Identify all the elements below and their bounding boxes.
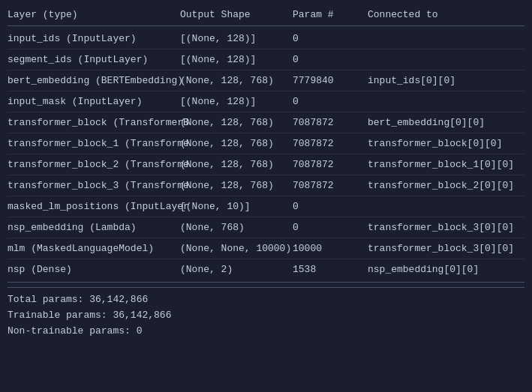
trainable-params: Trainable params: 36,142,866	[8, 308, 524, 324]
cell-params: 7087872	[293, 180, 368, 191]
cell-params: 7779840	[293, 75, 368, 86]
table-row: bert_embedding (BERTEmbedding) (None, 12…	[8, 70, 524, 91]
table-row: masked_lm_positions (InputLayer [(None, …	[8, 196, 524, 217]
cell-layer: transformer_block (TransformerB	[8, 117, 180, 128]
cell-output-shape: [(None, 10)]	[180, 201, 293, 212]
cell-connected: transformer_block_3[0][0]	[368, 222, 524, 233]
cell-connected: bert_embedding[0][0]	[368, 117, 524, 128]
cell-layer: transformer_block_3 (Transforme	[8, 180, 180, 191]
cell-layer: mlm (MaskedLanguageModel)	[8, 243, 180, 254]
cell-layer: input_mask (InputLayer)	[8, 96, 180, 107]
table-row: nsp (Dense) (None, 2) 1538 nsp_embedding…	[8, 259, 524, 280]
table-row: input_ids (InputLayer) [(None, 128)] 0	[8, 28, 524, 49]
table-row: segment_ids (InputLayer) [(None, 128)] 0	[8, 49, 524, 70]
cell-params: 0	[293, 222, 368, 233]
header-params: Param #	[293, 9, 368, 20]
header-connected: Connected to	[368, 9, 524, 20]
cell-layer: nsp_embedding (Lambda)	[8, 222, 180, 233]
cell-layer: segment_ids (InputLayer)	[8, 54, 180, 65]
table-body: input_ids (InputLayer) [(None, 128)] 0 s…	[8, 28, 524, 280]
cell-params: 7087872	[293, 159, 368, 170]
cell-params: 7087872	[293, 138, 368, 149]
cell-connected: nsp_embedding[0][0]	[368, 264, 524, 275]
table-row: transformer_block_1 (Transforme (None, 1…	[8, 133, 524, 154]
table-row: nsp_embedding (Lambda) (None, 768) 0 tra…	[8, 217, 524, 238]
cell-params: 1538	[293, 264, 368, 275]
cell-output-shape: (None, 128, 768)	[180, 138, 293, 149]
cell-params: 0	[293, 54, 368, 65]
cell-layer: input_ids (InputLayer)	[8, 33, 180, 44]
cell-layer: bert_embedding (BERTEmbedding)	[8, 75, 180, 86]
table-header: Layer (type) Output Shape Param # Connec…	[8, 6, 524, 23]
cell-params: 0	[293, 33, 368, 44]
cell-params: 0	[293, 201, 368, 212]
cell-output-shape: (None, 768)	[180, 222, 293, 233]
model-summary-table: Layer (type) Output Shape Param # Connec…	[8, 6, 524, 339]
cell-connected: transformer_block_1[0][0]	[368, 159, 524, 170]
cell-layer: transformer_block_1 (Transforme	[8, 138, 180, 149]
table-row: transformer_block (TransformerB (None, 1…	[8, 112, 524, 133]
cell-params: 7087872	[293, 117, 368, 128]
footer-divider	[8, 282, 524, 283]
cell-connected	[368, 201, 524, 212]
cell-connected: transformer_block_2[0][0]	[368, 180, 524, 191]
table-row: input_mask (InputLayer) [(None, 128)] 0	[8, 91, 524, 112]
header-output-shape: Output Shape	[180, 9, 293, 20]
non-trainable-params: Non-trainable params: 0	[8, 324, 524, 340]
cell-output-shape: [(None, 128)]	[180, 96, 293, 107]
cell-layer: nsp (Dense)	[8, 264, 180, 275]
cell-output-shape: [(None, 128)]	[180, 54, 293, 65]
cell-connected	[368, 54, 524, 65]
cell-params: 10000	[293, 243, 368, 254]
cell-output-shape: (None, 128, 768)	[180, 75, 293, 86]
header-divider	[8, 25, 524, 26]
cell-connected	[368, 33, 524, 44]
cell-output-shape: (None, 2)	[180, 264, 293, 275]
footer: Total params: 36,142,866 Trainable param…	[8, 287, 524, 339]
cell-layer: transformer_block_2 (Transforme	[8, 159, 180, 170]
cell-output-shape: (None, None, 10000)	[180, 243, 293, 254]
cell-connected: transformer_block[0][0]	[368, 138, 524, 149]
cell-params: 0	[293, 96, 368, 107]
total-params: Total params: 36,142,866	[8, 292, 524, 308]
table-row: transformer_block_3 (Transforme (None, 1…	[8, 175, 524, 196]
cell-connected	[368, 96, 524, 107]
table-row: transformer_block_2 (Transforme (None, 1…	[8, 154, 524, 175]
cell-output-shape: (None, 128, 768)	[180, 159, 293, 170]
cell-connected: input_ids[0][0]	[368, 75, 524, 86]
cell-output-shape: (None, 128, 768)	[180, 180, 293, 191]
cell-output-shape: [(None, 128)]	[180, 33, 293, 44]
header-layer: Layer (type)	[8, 9, 180, 20]
cell-layer: masked_lm_positions (InputLayer	[8, 201, 180, 212]
table-row: mlm (MaskedLanguageModel) (None, None, 1…	[8, 238, 524, 259]
cell-connected: transformer_block_3[0][0]	[368, 243, 524, 254]
cell-output-shape: (None, 128, 768)	[180, 117, 293, 128]
